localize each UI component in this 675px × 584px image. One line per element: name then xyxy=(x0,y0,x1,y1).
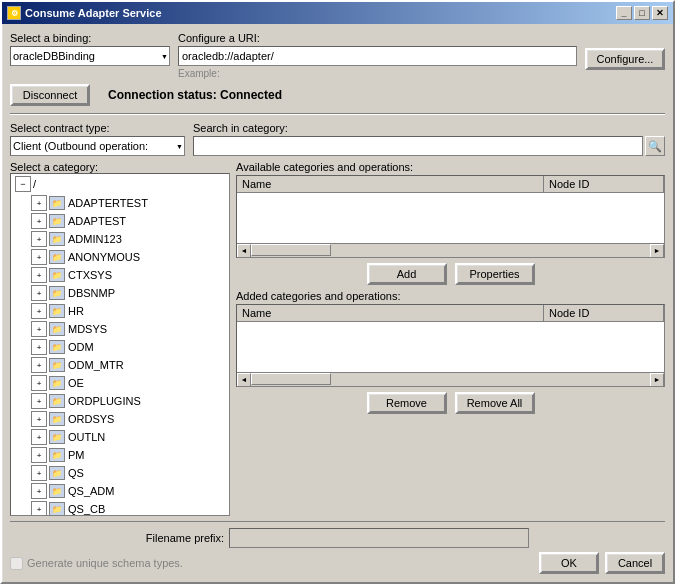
folder-icon: 📁 xyxy=(49,232,65,246)
added-table-header: Name Node ID xyxy=(237,305,664,322)
list-item[interactable]: + 📁 QS_CB xyxy=(29,500,229,515)
scroll-track[interactable] xyxy=(251,244,650,257)
expander-ctxsys[interactable]: + xyxy=(31,267,47,283)
list-item[interactable]: + 📁 PM xyxy=(29,446,229,464)
filename-input[interactable] xyxy=(229,528,529,548)
search-label: Search in category: xyxy=(193,122,665,134)
expander-adaptertest[interactable]: + xyxy=(31,195,47,211)
remove-all-button[interactable]: Remove All xyxy=(455,392,535,414)
binding-group: Select a binding: oracleDBBinding xyxy=(10,32,170,66)
list-item[interactable]: + 📁 ODM_MTR xyxy=(29,356,229,374)
folder-icon: 📁 xyxy=(49,376,65,390)
expander-odm[interactable]: + xyxy=(31,339,47,355)
unique-schema-checkbox[interactable] xyxy=(10,557,23,570)
scroll-thumb[interactable] xyxy=(251,244,331,256)
scroll-left-btn[interactable]: ◄ xyxy=(237,244,251,258)
added-table-section: Added categories and operations: Name No… xyxy=(236,290,665,387)
root-label: / xyxy=(33,178,36,190)
expander-mdsys[interactable]: + xyxy=(31,321,47,337)
list-item[interactable]: + 📁 DBSNMP xyxy=(29,284,229,302)
list-item[interactable]: + 📁 QS_ADM xyxy=(29,482,229,500)
uri-input[interactable] xyxy=(178,46,577,66)
contract-group: Select contract type: Client (Outbound o… xyxy=(10,122,185,156)
list-item[interactable]: + 📁 MDSYS xyxy=(29,320,229,338)
added-table-body[interactable] xyxy=(237,322,664,372)
disconnect-button[interactable]: Disconnect xyxy=(10,84,90,106)
search-input-wrapper: 🔍 xyxy=(193,136,665,156)
list-item[interactable]: + 📁 CTXSYS xyxy=(29,266,229,284)
added-table-label: Added categories and operations: xyxy=(236,290,665,302)
properties-button[interactable]: Properties xyxy=(455,263,535,285)
maximize-button[interactable]: □ xyxy=(634,6,650,20)
minimize-button[interactable]: _ xyxy=(616,6,632,20)
binding-label: Select a binding: xyxy=(10,32,170,44)
added-scroll-right-btn[interactable]: ► xyxy=(650,373,664,387)
expander-anonymous[interactable]: + xyxy=(31,249,47,265)
list-item[interactable]: + 📁 ODM xyxy=(29,338,229,356)
binding-select[interactable]: oracleDBBinding xyxy=(10,46,170,66)
available-table-section: Available categories and operations: Nam… xyxy=(236,161,665,258)
added-table-scrollbar[interactable]: ◄ ► xyxy=(237,372,664,386)
tree-container: − / + 📁 ADAPTERTEST + 📁 xyxy=(10,173,230,516)
expander-dbsnmp[interactable]: + xyxy=(31,285,47,301)
list-item[interactable]: + 📁 ADAPTERTEST xyxy=(29,194,229,212)
list-item[interactable]: + 📁 ANONYMOUS xyxy=(29,248,229,266)
added-scroll-track[interactable] xyxy=(251,373,650,386)
added-scroll-thumb[interactable] xyxy=(251,373,331,385)
list-item[interactable]: + 📁 OUTLN xyxy=(29,428,229,446)
expander-adaptest[interactable]: + xyxy=(31,213,47,229)
contract-select[interactable]: Client (Outbound operation: xyxy=(10,136,185,156)
list-item[interactable]: + 📁 ORDSYS xyxy=(29,410,229,428)
list-item[interactable]: + 📁 QS xyxy=(29,464,229,482)
expander-odm-mtr[interactable]: + xyxy=(31,357,47,373)
list-item[interactable]: + 📁 ADMIN123 xyxy=(29,230,229,248)
added-scroll-left-btn[interactable]: ◄ xyxy=(237,373,251,387)
available-table-body[interactable] xyxy=(237,193,664,243)
available-table-scrollbar[interactable]: ◄ ► xyxy=(237,243,664,257)
ok-cancel-row: Generate unique schema types. OK Cancel xyxy=(10,552,665,574)
add-button[interactable]: Add xyxy=(367,263,447,285)
scroll-right-btn[interactable]: ► xyxy=(650,244,664,258)
expander-admin123[interactable]: + xyxy=(31,231,47,247)
close-button[interactable]: ✕ xyxy=(652,6,668,20)
expander-ordsys[interactable]: + xyxy=(31,411,47,427)
available-table-container: Name Node ID ◄ ► xyxy=(236,175,665,258)
folder-icon: 📁 xyxy=(49,196,65,210)
expander-hr[interactable]: + xyxy=(31,303,47,319)
configure-button[interactable]: Configure... xyxy=(585,48,665,70)
cancel-button[interactable]: Cancel xyxy=(605,552,665,574)
expander-outln[interactable]: + xyxy=(31,429,47,445)
search-button[interactable]: 🔍 xyxy=(645,136,665,156)
expander-pm[interactable]: + xyxy=(31,447,47,463)
list-item[interactable]: + 📁 OE xyxy=(29,374,229,392)
added-name-header: Name xyxy=(237,305,544,321)
main-window: ⚙ Consume Adapter Service _ □ ✕ Select a… xyxy=(0,0,675,584)
list-item[interactable]: + 📁 HR xyxy=(29,302,229,320)
configure-group: Configure... xyxy=(585,32,665,70)
folder-icon: 📁 xyxy=(49,466,65,480)
example-label: Example: xyxy=(178,68,577,79)
expander-oe[interactable]: + xyxy=(31,375,47,391)
remove-button[interactable]: Remove xyxy=(367,392,447,414)
folder-icon: 📁 xyxy=(49,502,65,515)
expander-qs-adm[interactable]: + xyxy=(31,483,47,499)
folder-icon: 📁 xyxy=(49,412,65,426)
list-item[interactable]: + 📁 ORDPLUGINS xyxy=(29,392,229,410)
disconnect-row: Disconnect Connection status: Connected xyxy=(10,84,665,106)
expander-ordplugins[interactable]: + xyxy=(31,393,47,409)
root-expander[interactable]: − xyxy=(15,176,31,192)
tree-root-item[interactable]: − / xyxy=(11,174,229,194)
tree-scroll[interactable]: − / + 📁 ADAPTERTEST + 📁 xyxy=(11,174,229,515)
ok-button[interactable]: OK xyxy=(539,552,599,574)
search-group: Search in category: 🔍 xyxy=(193,122,665,156)
uri-label: Configure a URI: xyxy=(178,32,577,44)
expander-qs-cb[interactable]: + xyxy=(31,501,47,515)
search-input[interactable] xyxy=(193,136,643,156)
folder-icon: 📁 xyxy=(49,394,65,408)
tree-children: + 📁 ADAPTERTEST + 📁 ADAPTEST + xyxy=(29,194,229,515)
action-buttons: OK Cancel xyxy=(539,552,665,574)
list-item[interactable]: + 📁 ADAPTEST xyxy=(29,212,229,230)
expander-qs[interactable]: + xyxy=(31,465,47,481)
left-panel: Select a category: − / + 📁 ADAPTERTEST xyxy=(10,161,230,516)
app-icon: ⚙ xyxy=(7,6,21,20)
